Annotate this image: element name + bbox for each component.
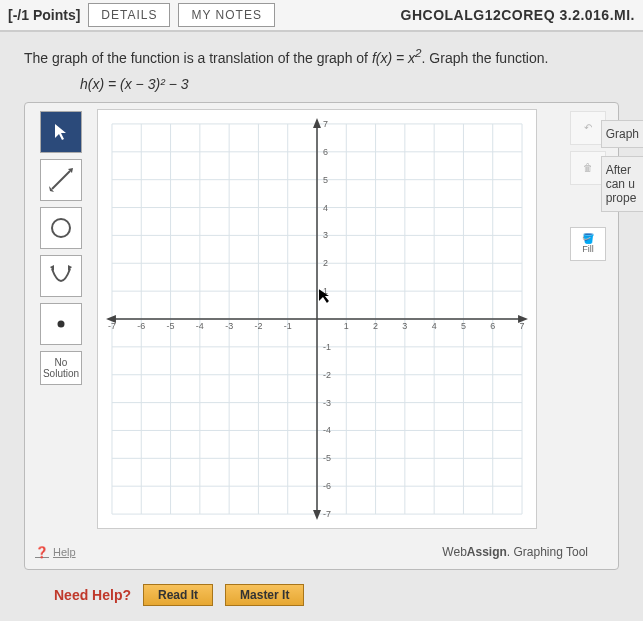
points-label: [-/1 Points] <box>8 7 80 23</box>
svg-text:1: 1 <box>344 321 349 331</box>
svg-text:-5: -5 <box>167 321 175 331</box>
circle-icon <box>48 215 74 241</box>
svg-text:-1: -1 <box>323 342 331 352</box>
fill-label: Fill <box>582 244 594 254</box>
prompt-fx: f(x) = x2 <box>372 50 422 66</box>
prompt-text-1: The graph of the function is a translati… <box>24 50 372 66</box>
point-icon <box>48 311 74 337</box>
svg-text:6: 6 <box>323 146 328 156</box>
question-reference: GHCOLALG12COREQ 3.2.016.MI. <box>401 7 635 23</box>
question-prompt: The graph of the function is a translati… <box>24 46 635 66</box>
side-tab-line1: After <box>606 163 639 177</box>
svg-text:-2: -2 <box>323 369 331 379</box>
svg-line-0 <box>52 171 70 189</box>
help-link[interactable]: ❓ Help <box>35 546 76 559</box>
svg-text:4: 4 <box>432 321 437 331</box>
help-icon: ❓ <box>35 546 49 559</box>
svg-text:7: 7 <box>520 321 525 331</box>
fill-button[interactable]: 🪣 Fill <box>570 227 606 261</box>
svg-text:-7: -7 <box>108 321 116 331</box>
svg-text:2: 2 <box>373 321 378 331</box>
svg-marker-42 <box>313 510 321 520</box>
svg-text:-1: -1 <box>284 321 292 331</box>
fill-icon: 🪣 <box>582 233 594 244</box>
svg-marker-41 <box>313 118 321 128</box>
tool-palette: No Solution <box>33 111 89 385</box>
no-solution-tool[interactable]: No Solution <box>40 351 82 385</box>
svg-text:-5: -5 <box>323 453 331 463</box>
svg-text:-6: -6 <box>323 481 331 491</box>
svg-text:3: 3 <box>402 321 407 331</box>
brand-part1: Web <box>442 545 466 559</box>
side-tabs: Graph After can u prope <box>601 120 643 212</box>
svg-text:-3: -3 <box>323 397 331 407</box>
graph-canvas[interactable]: -7-6-5-4-3-2-11234567-7-6-5-4-3-2-112345… <box>97 109 537 529</box>
svg-text:3: 3 <box>323 230 328 240</box>
circle-tool[interactable] <box>40 207 82 249</box>
svg-text:-4: -4 <box>196 321 204 331</box>
graphing-panel: No Solution -7-6-5-4-3-2-11234567-7-6-5-… <box>24 102 619 570</box>
brand-part2: Assign <box>467 545 507 559</box>
line-icon <box>48 167 74 193</box>
svg-text:-7: -7 <box>323 509 331 519</box>
help-text: Help <box>53 546 76 558</box>
point-tool[interactable] <box>40 303 82 345</box>
svg-text:7: 7 <box>323 119 328 129</box>
svg-text:4: 4 <box>323 202 328 212</box>
parabola-tool[interactable] <box>40 255 82 297</box>
brand-suffix: . Graphing Tool <box>507 545 588 559</box>
brand-label: WebAssign. Graphing Tool <box>442 545 588 559</box>
svg-point-6 <box>58 320 65 327</box>
need-help-row: Need Help? Read It Master It <box>54 584 635 606</box>
svg-text:2: 2 <box>323 258 328 268</box>
parabola-icon <box>48 263 74 289</box>
svg-text:-3: -3 <box>225 321 233 331</box>
svg-text:5: 5 <box>461 321 466 331</box>
pointer-icon <box>51 122 71 142</box>
mynotes-button[interactable]: MY NOTES <box>178 3 274 27</box>
pointer-tool[interactable] <box>40 111 82 153</box>
trash-icon: 🗑 <box>583 162 593 173</box>
master-it-button[interactable]: Master It <box>225 584 304 606</box>
side-tab-info[interactable]: After can u prope <box>601 156 643 212</box>
svg-point-3 <box>52 219 70 237</box>
undo-icon: ↶ <box>584 122 592 133</box>
equation-text: h(x) = (x − 3)² − 3 <box>80 76 635 92</box>
details-button[interactable]: DETAILS <box>88 3 170 27</box>
svg-text:-2: -2 <box>254 321 262 331</box>
line-tool[interactable] <box>40 159 82 201</box>
side-tab-line3: prope <box>606 191 639 205</box>
side-tab-graph[interactable]: Graph <box>601 120 643 148</box>
need-help-label: Need Help? <box>54 587 131 603</box>
svg-text:-4: -4 <box>323 425 331 435</box>
read-it-button[interactable]: Read It <box>143 584 213 606</box>
prompt-text-2: . Graph the function. <box>422 50 549 66</box>
svg-text:5: 5 <box>323 174 328 184</box>
svg-text:6: 6 <box>490 321 495 331</box>
side-tab-line2: can u <box>606 177 639 191</box>
svg-text:-6: -6 <box>137 321 145 331</box>
